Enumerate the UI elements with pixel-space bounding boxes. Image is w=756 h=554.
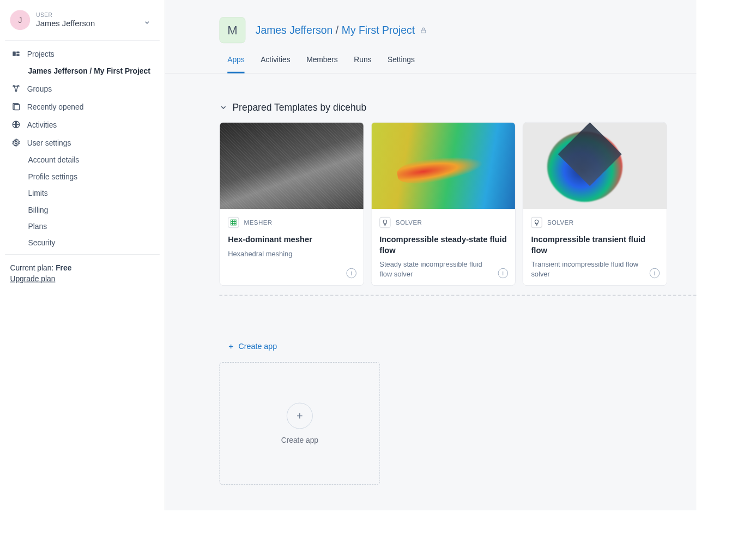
template-card[interactable]: SOLVER Incompressible steady-state fluid… xyxy=(371,122,516,286)
nav: Projects James Jefferson / My First Proj… xyxy=(3,45,162,251)
globe-icon xyxy=(11,119,21,129)
breadcrumb: M James Jefferson / My First Project xyxy=(165,17,696,43)
card-type-label: SOLVER xyxy=(547,219,574,226)
card-image xyxy=(220,123,363,209)
sidebar-item-label: Security xyxy=(28,238,56,247)
grid-icon xyxy=(228,217,239,228)
avatar: J xyxy=(10,10,30,30)
templates-section-header: Prepared Templates by dicehub xyxy=(219,102,676,113)
sidebar-item-label: User settings xyxy=(27,138,71,147)
svg-rect-0 xyxy=(13,51,16,56)
sidebar-item-plans[interactable]: Plans xyxy=(4,218,161,234)
sidebar-item-projects[interactable]: Projects xyxy=(4,45,161,63)
sidebar-item-label: Activities xyxy=(27,121,57,129)
create-app-link-label: Create app xyxy=(238,342,277,352)
create-app-card-label: Create app xyxy=(281,436,318,444)
card-description: Steady state incompressible fluid flow s… xyxy=(379,260,507,279)
svg-rect-10 xyxy=(421,30,426,33)
sidebar-item-label: Profile settings xyxy=(28,172,78,181)
sidebar-item-user-settings[interactable]: User settings xyxy=(4,134,161,152)
sidebar-item-billing[interactable]: Billing xyxy=(4,201,161,218)
user-role-label: USER xyxy=(36,12,95,18)
plan-name: Free xyxy=(56,264,71,273)
template-cards: MESHER Hex-dominant mesher Hexahedral me… xyxy=(219,122,676,286)
sidebar-item-label: Limits xyxy=(28,189,48,197)
sidebar-item-label: Plans xyxy=(28,222,47,231)
card-title: Hex-dominant mesher xyxy=(228,234,355,245)
gear-icon xyxy=(11,137,21,147)
bulb-icon xyxy=(379,217,390,228)
card-title: Incompressible steady-state fluid flow xyxy=(379,234,507,256)
tab-activities[interactable]: Activities xyxy=(261,55,291,73)
sidebar-item-account[interactable]: Account details xyxy=(4,152,161,168)
sidebar-item-label: Billing xyxy=(28,206,49,214)
main-header: M James Jefferson / My First Project App… xyxy=(165,0,696,74)
svg-point-9 xyxy=(15,141,17,143)
tab-members[interactable]: Members xyxy=(306,55,338,73)
user-switcher[interactable]: J USER James Jefferson xyxy=(3,6,162,37)
section-title: Prepared Templates by dicehub xyxy=(232,102,366,113)
sidebar-item-groups[interactable]: Groups xyxy=(4,80,161,98)
bulb-icon xyxy=(531,217,542,228)
template-card[interactable]: SOLVER Incompressible transient fluid fl… xyxy=(523,122,667,286)
create-section: Create app Create app xyxy=(219,342,676,485)
sidebar-item-limits[interactable]: Limits xyxy=(4,185,161,201)
divider xyxy=(5,40,160,41)
create-app-link[interactable]: Create app xyxy=(227,342,676,352)
sidebar-item-label: Projects xyxy=(27,50,55,58)
content: Prepared Templates by dicehub MESHER Hex… xyxy=(165,74,696,505)
plus-icon xyxy=(287,403,313,429)
upgrade-plan-link[interactable]: Upgrade plan xyxy=(10,274,55,283)
sidebar-active-project[interactable]: James Jefferson / My First Project xyxy=(4,63,161,79)
info-icon[interactable]: i xyxy=(346,268,356,278)
template-card[interactable]: MESHER Hex-dominant mesher Hexahedral me… xyxy=(219,122,364,286)
create-app-card[interactable]: Create app xyxy=(219,362,380,485)
plan-block: Current plan: Free Upgrade plan xyxy=(3,258,162,282)
recent-icon xyxy=(11,101,21,111)
tabs: Apps Activities Members Runs Settings xyxy=(165,55,696,73)
groups-icon xyxy=(11,83,21,93)
tab-settings[interactable]: Settings xyxy=(388,55,415,73)
tab-apps[interactable]: Apps xyxy=(227,55,245,73)
card-type-label: SOLVER xyxy=(396,219,422,226)
lock-icon xyxy=(420,26,427,34)
tab-runs[interactable]: Runs xyxy=(354,55,371,73)
sidebar-item-label: Recently opened xyxy=(27,102,84,111)
current-plan: Current plan: Free xyxy=(10,264,154,273)
sidebar-item-profile[interactable]: Profile settings xyxy=(4,168,161,185)
projects-icon xyxy=(11,49,21,58)
chevron-down-icon[interactable] xyxy=(219,104,227,112)
sidebar-item-security[interactable]: Security xyxy=(4,234,161,251)
sidebar-item-label: James Jefferson / My First Project xyxy=(28,67,150,75)
sidebar-item-label: Account details xyxy=(28,156,80,165)
divider xyxy=(5,254,160,255)
svg-point-3 xyxy=(13,86,15,87)
sidebar: J USER James Jefferson Projects James Je… xyxy=(0,0,165,510)
breadcrumb-user-link[interactable]: James Jefferson xyxy=(256,24,333,36)
card-description: Transient incompressible fluid flow solv… xyxy=(531,260,658,279)
svg-rect-1 xyxy=(16,51,20,53)
card-image xyxy=(523,123,667,209)
plus-icon xyxy=(227,343,234,350)
breadcrumb-project-link[interactable]: My First Project xyxy=(342,24,415,36)
project-badge: M xyxy=(219,17,245,43)
main: M James Jefferson / My First Project App… xyxy=(165,0,696,510)
chevron-down-icon xyxy=(143,19,150,26)
svg-point-4 xyxy=(17,86,19,87)
sidebar-item-activities[interactable]: Activities xyxy=(4,116,161,134)
card-image xyxy=(372,123,515,209)
user-name: James Jefferson xyxy=(36,19,95,28)
dashed-separator xyxy=(219,295,696,296)
card-type-label: MESHER xyxy=(244,219,273,226)
card-description: Hexahedral meshing xyxy=(228,249,355,258)
svg-rect-7 xyxy=(14,105,20,110)
svg-rect-11 xyxy=(231,220,236,225)
svg-point-5 xyxy=(15,90,17,92)
card-title: Incompressible transient fluid flow xyxy=(531,234,658,256)
sidebar-item-recent[interactable]: Recently opened xyxy=(4,98,161,116)
breadcrumb-separator: / xyxy=(336,24,338,36)
sidebar-item-label: Groups xyxy=(27,84,52,93)
svg-rect-2 xyxy=(16,54,20,56)
plan-label: Current plan: xyxy=(10,264,56,273)
